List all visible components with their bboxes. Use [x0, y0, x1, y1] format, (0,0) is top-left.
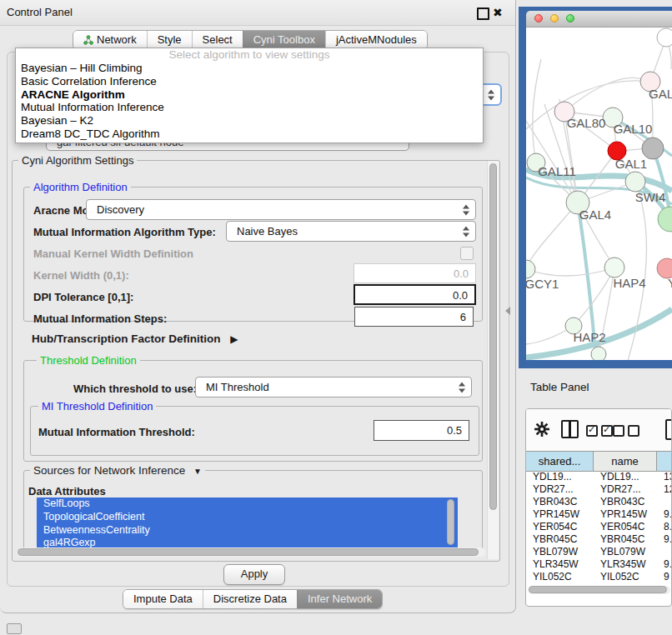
zoom-traffic-light-icon[interactable] [566, 14, 574, 22]
table-cell[interactable]: YLR345W [594, 558, 657, 571]
column-header-partial[interactable]: A [657, 452, 672, 471]
table-cell[interactable]: 13 [657, 471, 672, 483]
apply-button[interactable]: Apply [223, 564, 285, 585]
network-edge[interactable] [533, 59, 541, 162]
network-edge[interactable] [526, 268, 614, 276]
table-cell[interactable]: YER054C [526, 521, 594, 533]
table-hscrollbar[interactable] [528, 586, 670, 594]
table-rows[interactable]: YDL19...YDL19...13YDR27...YDR27...12YBR0… [526, 471, 672, 585]
attribute-item[interactable]: gal4RGexp [37, 537, 458, 548]
network-node[interactable] [657, 28, 672, 47]
network-node[interactable] [625, 172, 645, 192]
table-cell[interactable]: YBR043C [594, 496, 657, 508]
tab-select[interactable]: Select [192, 31, 243, 49]
table-cell[interactable]: YIL052C [594, 571, 657, 583]
table-cell[interactable]: YDR27... [594, 483, 657, 496]
attribute-item[interactable]: BetweennessCentrality [37, 524, 458, 538]
hide-columns-icon[interactable] [613, 425, 643, 440]
algorithm-option[interactable]: Bayesian – Hill Climbing [16, 62, 483, 75]
table-cell[interactable]: 9. [657, 558, 672, 571]
split-columns-icon[interactable] [561, 420, 579, 438]
table-cell[interactable]: 8. [657, 521, 672, 533]
settings-hscrollbar[interactable] [17, 548, 485, 557]
table-cell[interactable]: YER054C [594, 521, 657, 533]
network-edge[interactable] [574, 268, 614, 326]
table-row[interactable]: YBL079WYBL079W [526, 546, 672, 558]
attribute-item[interactable]: TopologicalCoefficient [37, 511, 458, 524]
table-cell[interactable]: YBR045C [594, 533, 657, 546]
network-node[interactable] [591, 347, 606, 360]
sources-group-title[interactable]: Sources for Network Inference ▼ [30, 464, 205, 477]
table-row[interactable]: YER054CYER054C8. [526, 521, 672, 533]
table-cell[interactable]: 9. [657, 533, 672, 546]
table-cell[interactable]: YDR27... [526, 483, 594, 496]
mi-steps-field[interactable]: 6 [354, 307, 474, 327]
tab-network[interactable]: Network [73, 31, 147, 49]
tab-jactivemnodules[interactable]: jActiveMNodules [325, 31, 427, 49]
table-cell[interactable]: YLR345W [526, 558, 594, 571]
kernel-width-field[interactable]: 0.0 [354, 263, 476, 283]
table-cell[interactable] [657, 546, 672, 558]
tab-cyni-toolbox[interactable]: Cyni Toolbox [243, 31, 325, 49]
attributes-list-scrollbar[interactable] [447, 499, 454, 545]
settings-vscrollbar[interactable] [487, 161, 499, 559]
tab-impute-data[interactable]: Impute Data [123, 590, 203, 608]
table-row[interactable]: YPR145WYPR145W9. [526, 508, 672, 521]
hub-section-label[interactable]: Hub/Transcription Factor Definition ▶ [32, 332, 238, 345]
table-cell[interactable]: YBL079W [526, 546, 594, 558]
algorithm-option[interactable]: Basic Correlation Inference [16, 75, 483, 88]
dpi-tolerance-field[interactable]: 0.0 [354, 284, 476, 305]
collapse-down-icon[interactable]: ▼ [193, 467, 202, 476]
table-cell[interactable]: 9. [657, 508, 672, 521]
table-cell[interactable]: 9 [657, 571, 672, 583]
network-window-titlebar[interactable] [526, 11, 672, 28]
table-cell[interactable]: YIL052C [526, 571, 594, 583]
network-node[interactable] [526, 260, 535, 278]
aracne-mode-combo[interactable]: Discovery [86, 199, 476, 220]
table-row[interactable]: YBR043CYBR043C [526, 496, 672, 508]
table-cell[interactable]: YPR145W [594, 508, 657, 521]
network-edge[interactable] [564, 78, 650, 112]
algorithm-option[interactable]: Mutual Information Inference [16, 101, 483, 114]
column-header-shared-name[interactable]: shared... [526, 452, 594, 471]
close-panel-icon[interactable]: ✖ [493, 6, 503, 19]
algorithm-option[interactable]: Bayesian – K2 [16, 114, 483, 128]
table-row[interactable]: YBR045CYBR045C9. [526, 533, 672, 546]
mi-threshold-field[interactable]: 0.5 [374, 420, 469, 441]
network-canvas[interactable]: GALGAL80GAL10GAL1GAL11SWI4GAL4GCY1HAP4YH… [526, 28, 672, 360]
table-row[interactable]: YDR27...YDR27...12 [526, 483, 672, 496]
expand-right-icon[interactable]: ▶ [230, 333, 238, 345]
tab-infer-network[interactable]: Infer Network [297, 590, 382, 608]
manual-kernel-checkbox[interactable] [460, 247, 474, 260]
tab-style[interactable]: Style [147, 31, 192, 49]
table-cell[interactable]: YDL19... [526, 471, 594, 483]
table-cell[interactable]: YBR043C [526, 496, 594, 508]
tab-discretize-data[interactable]: Discretize Data [203, 590, 297, 608]
table-row[interactable]: YDL19...YDL19...13 [526, 471, 672, 483]
network-node[interactable] [658, 207, 672, 232]
algorithm-option[interactable]: Dream8 DC_TDC Algorithm [16, 128, 483, 141]
network-node[interactable] [604, 258, 624, 278]
show-columns-icon[interactable] [586, 425, 616, 440]
close-traffic-light-icon[interactable] [534, 14, 543, 22]
table-cell[interactable]: YBL079W [594, 546, 657, 558]
gear-icon[interactable] [534, 421, 550, 438]
table-cell[interactable]: 12 [657, 483, 672, 496]
table-cell[interactable]: YPR145W [526, 508, 594, 521]
divider-collapse-icon[interactable] [505, 307, 510, 315]
data-attributes-list[interactable]: SelfLoopsTopologicalCoefficientBetweenne… [37, 498, 458, 548]
algorithm-option[interactable]: ARACNE Algorithm [16, 88, 483, 102]
table-cell[interactable] [657, 496, 672, 508]
network-edge[interactable] [526, 202, 578, 268]
table-cell[interactable]: YDL19... [594, 471, 657, 483]
column-header-name[interactable]: name [594, 452, 657, 471]
table-cell[interactable]: YBR045C [526, 533, 594, 546]
which-threshold-combo[interactable]: MI Threshold [195, 377, 472, 398]
float-window-icon[interactable] [477, 8, 489, 20]
table-row[interactable]: YLR345WYLR345W9. [526, 558, 672, 571]
table-row[interactable]: YIL052CYIL052C9 [526, 571, 672, 583]
new-table-icon[interactable] [665, 419, 672, 440]
minimized-panel-icon[interactable] [7, 623, 22, 634]
minimize-traffic-light-icon[interactable] [550, 14, 559, 22]
mi-type-combo[interactable]: Naive Bayes [226, 221, 476, 242]
